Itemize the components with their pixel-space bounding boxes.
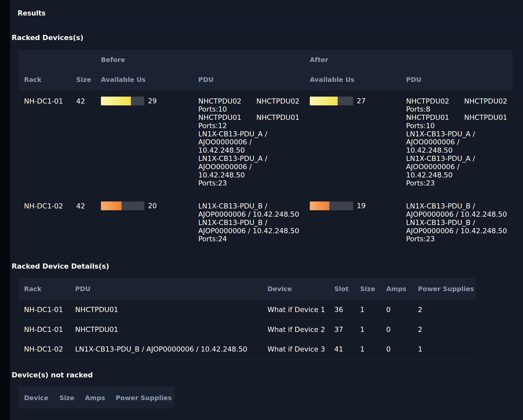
pdu-name: NHCTPDU01: [464, 113, 507, 122]
device-cell: What if Device 1: [261, 300, 328, 320]
section-title-racked-devices: Racked Devices(s): [12, 33, 523, 42]
size-cell: 1: [354, 320, 380, 339]
pdu-cell: LN1X-CB13-PDU_B / AJOP0000006 / 10.42.24…: [69, 339, 261, 359]
pdu-name: NHCTPDU01: [256, 113, 299, 122]
pdu-entry: NHCTPDU01NHCTPDU01Ports:12: [198, 113, 299, 130]
pdu-ports: Ports:10: [198, 105, 299, 113]
column-header-available-us-after: Available Us: [304, 70, 400, 90]
devices-not-racked-table: DeviceSizeAmpsPower Supplies: [18, 387, 175, 409]
racked-device-details-table-head: RackPDUDeviceSlotSizeAmpsPower Supplies: [18, 278, 476, 300]
rack-cell: NH-DC1-01: [18, 320, 69, 339]
pdu-name: LN1X-CB13-PDU_A / AJOO0000006 / 10.42.24…: [406, 130, 507, 154]
utilization-bar-fill: [310, 201, 329, 210]
column-header-pdu-before: PDU: [192, 70, 304, 90]
pdu-name-pair: NHCTPDU01NHCTPDU01: [198, 113, 299, 122]
slot-cell: 37: [328, 320, 354, 339]
before-available-us-cell: 29: [95, 90, 192, 195]
pdu-entry: NHCTPDU02NHCTPDU02Ports:8: [406, 97, 507, 114]
pdu-list: LN1X-CB13-PDU_B / AJOP0000006 / 10.42.24…: [198, 202, 299, 243]
after-pdu-cell: LN1X-CB13-PDU_B / AJOP0000006 / 10.42.24…: [400, 195, 513, 251]
pdu-name: NHCTPDU02: [198, 97, 241, 105]
available-us-meter: 27: [310, 97, 400, 105]
column-header-row: DeviceSizeAmpsPower Supplies: [18, 387, 175, 409]
before-available-us-cell: 20: [95, 195, 192, 251]
racked-device-details-table: RackPDUDeviceSlotSizeAmpsPower Supplies …: [18, 278, 476, 359]
available-us-value: 29: [148, 97, 157, 105]
rack-name: NH-DC1-02: [18, 195, 70, 251]
pdu-entry: LN1X-CB13-PDU_B / AJOP0000006 / 10.42.24…: [406, 219, 507, 243]
column-header-available-us-before: Available Us: [95, 70, 192, 90]
section-title-devices-not-racked: Device(s) not racked: [12, 371, 523, 379]
after-available-us-cell: 27: [304, 90, 400, 195]
pdu-name: LN1X-CB13-PDU_B / AJOP0000006 / 10.42.24…: [198, 202, 299, 219]
racked-device-detail-row: NH-DC1-01NHCTPDU01What if Device 237102: [18, 320, 476, 339]
pdu-list: NHCTPDU02NHCTPDU02Ports:8NHCTPDU01NHCTPD…: [406, 97, 507, 188]
pdu-cell: NHCTPDU01: [69, 320, 261, 339]
utilization-bar: [101, 201, 144, 210]
rack-cell: NH-DC1-01: [18, 300, 69, 320]
slot-cell: 41: [328, 339, 354, 359]
pdu-name: NHCTPDU01: [198, 113, 241, 122]
size-cell: 1: [354, 300, 380, 320]
pdu-name: LN1X-CB13-PDU_A / AJOO0000006 / 10.42.24…: [198, 130, 299, 154]
power-supplies-cell: 1: [412, 339, 476, 359]
section-title-racked-device-details: Racked Device Details(s): [12, 262, 523, 270]
device-cell: What if Device 3: [261, 339, 328, 359]
rack-size: 42: [70, 90, 95, 195]
pdu-ports: Ports:8: [406, 105, 507, 113]
pdu-ports: Ports:24: [198, 235, 299, 243]
power-supplies-cell: 2: [412, 300, 476, 320]
results-panel: Results Racked Devices(s) Before After R…: [10, 0, 523, 420]
before-pdu-cell: LN1X-CB13-PDU_B / AJOP0000006 / 10.42.24…: [192, 195, 304, 251]
utilization-bar-fill: [101, 201, 122, 210]
racked-device-detail-row: NH-DC1-02LN1X-CB13-PDU_B / AJOP0000006 /…: [18, 339, 476, 359]
column-header-power-supplies: Power Supplies: [109, 387, 175, 409]
power-supplies-cell: 2: [412, 320, 476, 339]
pdu-name: NHCTPDU02: [406, 97, 449, 105]
pdu-ports: Ports:23: [406, 235, 507, 243]
utilization-bar-fill: [101, 97, 131, 105]
column-header-amps: Amps: [79, 387, 109, 409]
column-header-rack: Rack: [18, 70, 70, 90]
slot-cell: 36: [328, 300, 354, 320]
pdu-entry: LN1X-CB13-PDU_A / AJOO0000006 / 10.42.24…: [198, 154, 299, 187]
available-us-meter: 20: [101, 201, 192, 210]
rack-cell: NH-DC1-02: [18, 339, 69, 359]
pdu-name-pair: NHCTPDU01NHCTPDU01: [406, 113, 507, 122]
results-title: Results: [18, 9, 45, 17]
pdu-name: NHCTPDU01: [406, 113, 449, 122]
after-available-us-cell: 19: [304, 195, 400, 251]
pdu-ports: Ports:23: [406, 179, 507, 187]
group-header-row: Before After: [18, 50, 513, 70]
column-header-pdu: PDU: [69, 278, 261, 300]
amps-cell: 0: [380, 300, 412, 320]
pdu-name: LN1X-CB13-PDU_A / AJOO0000006 / 10.42.24…: [198, 154, 299, 179]
available-us-value: 27: [357, 97, 366, 105]
devices-not-racked-table-head: DeviceSizeAmpsPower Supplies: [18, 387, 175, 409]
left-gutter: [0, 0, 10, 420]
racked-device-row: NH-DC1-024220LN1X-CB13-PDU_B / AJOP00000…: [18, 195, 513, 251]
available-us-meter: 29: [101, 97, 192, 105]
pdu-ports: Ports:12: [198, 122, 299, 130]
pdu-list: LN1X-CB13-PDU_B / AJOP0000006 / 10.42.24…: [406, 202, 507, 243]
column-header-slot: Slot: [328, 278, 354, 300]
pdu-cell: NHCTPDU01: [69, 300, 261, 320]
before-pdu-cell: NHCTPDU02NHCTPDU02Ports:10NHCTPDU01NHCTP…: [192, 90, 304, 195]
column-header-size: Size: [70, 70, 95, 90]
available-us-value: 20: [148, 202, 157, 210]
results-header: Results: [10, 0, 523, 27]
amps-cell: 0: [380, 339, 412, 359]
size-cell: 1: [354, 339, 380, 359]
column-header-size: Size: [354, 278, 380, 300]
available-us-value: 19: [357, 202, 366, 210]
pdu-entry: NHCTPDU01NHCTPDU01Ports:10: [406, 113, 507, 130]
pdu-ports: Ports:23: [198, 179, 299, 187]
pdu-name-pair: NHCTPDU02NHCTPDU02: [198, 97, 299, 105]
racked-device-details-table-body: NH-DC1-01NHCTPDU01What if Device 136102N…: [18, 300, 476, 359]
column-header-pdu-after: PDU: [400, 70, 513, 90]
pdu-name: LN1X-CB13-PDU_B / AJOP0000006 / 10.42.24…: [198, 219, 299, 235]
racked-devices-table: Before After Rack Size Available Us PDU …: [18, 50, 513, 251]
column-header-row: RackPDUDeviceSlotSizeAmpsPower Supplies: [18, 278, 476, 300]
pdu-ports: Ports:10: [406, 122, 507, 130]
pdu-name: NHCTPDU02: [256, 97, 299, 105]
